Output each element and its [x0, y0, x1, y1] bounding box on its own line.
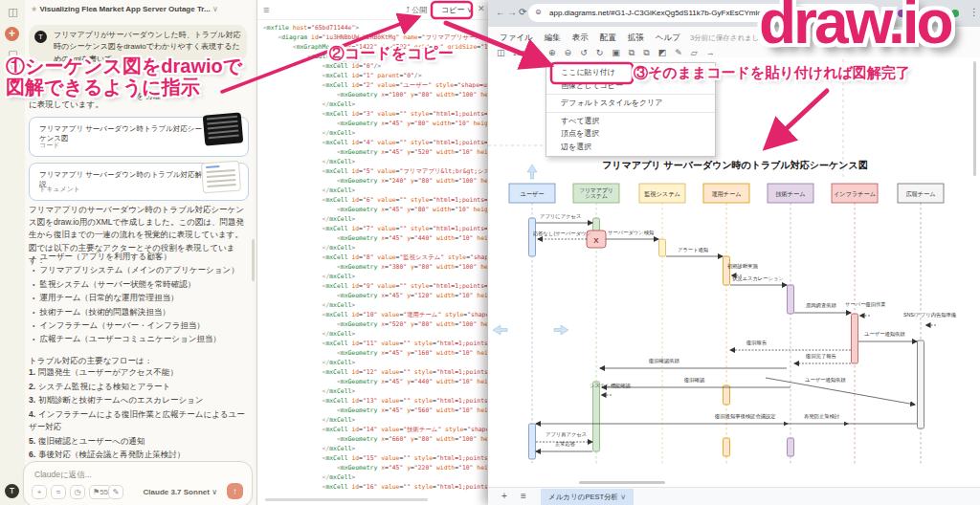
reply-composer[interactable]: Claudeに返信... +≈◷⚑55✎ Claude 3.7 Sonnet ∨…	[23, 461, 253, 505]
artifact-card-doc[interactable]: フリマアプリ サーバーダウン時のトラブル対応解説 ドキュメント	[29, 163, 249, 201]
assistant-text-line: に表現しています。	[29, 99, 103, 111]
activation-bar[interactable]	[529, 424, 536, 459]
code-line: <mxCell id="12" value="" style="html=1;p…	[263, 367, 487, 377]
message-label: サーバーダウン検知	[608, 230, 654, 236]
composer-chip-0[interactable]: +	[32, 485, 47, 499]
publish-button[interactable]: ⤴ 公開	[406, 5, 427, 15]
code-thumbnail	[203, 112, 244, 145]
activation-bar[interactable]	[724, 256, 730, 285]
profile-avatar[interactable]	[951, 10, 959, 17]
flow-step-list: 1.問題発生（ユーザーがアクセス不能）2.システム監視による検知とアラート3.初…	[29, 366, 247, 463]
doc-thumbnail	[201, 161, 241, 194]
add-page-button[interactable]: +	[501, 491, 507, 501]
forward-icon[interactable]: →	[507, 7, 517, 17]
code-line: <mxCell id="9" value="" style="html=1;po…	[263, 281, 487, 291]
flow-step-item: 5.復旧確認とユーザーへの通知	[29, 435, 247, 449]
activation-bar[interactable]	[724, 438, 730, 456]
code-line: <mxGeometry x="45" y="520" width="10" he…	[263, 147, 487, 157]
actor-bullet-item: •運用チーム（日常的な運用管理担当）	[33, 293, 249, 306]
code-line: <mxGeometry x="45" y="80" width="10" hei…	[263, 205, 487, 214]
message-label: 原因調査依頼	[806, 302, 836, 309]
code-line: </mxCell>	[263, 128, 487, 138]
failure-label: X	[593, 236, 599, 245]
xml-code-view[interactable]: <mxfile host="65bd71144e"> <diagram id="…	[263, 23, 487, 495]
code-line: <mxGeometry x="45" y="440" width="10" he…	[263, 377, 487, 386]
artifact-card-sequence[interactable]: フリマアプリ サーバーダウン時トラブル対応シーケンス図 コード	[29, 117, 249, 157]
outline-icon[interactable]: ≡	[263, 4, 269, 15]
sidebar-toggle-icon[interactable]: ◫	[7, 6, 19, 18]
canvas-pan-arrow-icon[interactable]	[493, 325, 507, 335]
flow-step-item: 1.問題発生（ユーザーがアクセス不能）	[29, 366, 247, 380]
copy-button[interactable]: コピー ∨	[437, 3, 477, 17]
activation-bar[interactable]	[593, 382, 600, 451]
composer-chip-1[interactable]: ≈	[51, 485, 66, 499]
code-line: <mxCell id="4" value="" style="html=1;po…	[263, 138, 487, 147]
composer-placeholder: Claudeに返信...	[34, 470, 92, 481]
close-icon[interactable]: ✕	[478, 4, 485, 13]
flow-step-item: 2.システム監視による検知とアラート	[29, 381, 247, 394]
code-hscrollbar[interactable]	[265, 498, 428, 501]
canvas-vscrollbar[interactable]	[973, 61, 976, 176]
chevron-down-icon: ∨	[620, 493, 626, 501]
context-menu-item[interactable]: 頂点を選択	[546, 127, 715, 141]
activation-bar[interactable]	[788, 438, 794, 456]
message-label: システム機能確認	[590, 383, 632, 389]
url-text: app.diagrams.net/#G1-J-C3GiKexQg5dS11k7b…	[549, 9, 783, 17]
code-line: <mxCell id="8" value="監視システム" style="sha…	[263, 252, 487, 262]
canvas-pan-arrow-icon[interactable]	[527, 165, 537, 179]
code-line: </mxCell>	[263, 157, 487, 166]
code-line: <mxGeometry x="520" y="80" width="100" h…	[263, 319, 487, 329]
pages-icon[interactable]: ≡	[521, 491, 526, 501]
activation-bar[interactable]	[529, 218, 536, 256]
message-label: 正常応答	[555, 441, 576, 447]
model-selector[interactable]: Claude 3.7 Sonnet ∨	[144, 488, 217, 496]
activation-bar[interactable]	[659, 239, 666, 256]
activation-bar[interactable]	[724, 385, 730, 405]
share-icon: ⤴	[406, 6, 410, 14]
activation-bar[interactable]	[918, 340, 924, 428]
annotation-step1: ①シーケンス図をdrawioで図解できるように指示	[6, 55, 242, 98]
browser-menu-icon[interactable]: ⋮	[969, 7, 979, 17]
message-label: アプリ再アクセス	[546, 431, 587, 437]
composer-chip-2[interactable]: ◷	[70, 485, 85, 499]
flow-step-item: 4.インフラチームによる復旧作業と広報チームによるユーザー対応	[29, 408, 247, 434]
page-tab[interactable]: メルカリのPEST分析 ∨	[541, 489, 634, 505]
drawio-canvas[interactable]: フリマアプリ サーバーダウン時のトラブル対応シーケンス図ユーザーフリマアプリシス…	[488, 57, 980, 487]
site-info-icon[interactable]: ⊜	[535, 8, 542, 16]
zoom-level[interactable]: 100% ∨	[513, 49, 541, 57]
activation-bar[interactable]	[852, 314, 858, 363]
code-line: <mxfile host="65bd71144e">	[263, 23, 487, 33]
screenshot-stage: ◫ + ▢ ⌕ T ★ Visualizing Flea Market App …	[0, 0, 980, 505]
assistant-paragraph: フリマアプリのサーバーダウン時のトラブル対応シーケンス図をdraw.io用のXM…	[29, 204, 249, 240]
code-line: <mxGeometry x="100" y="80" width="100" h…	[263, 90, 487, 99]
code-line: <mxCell id="5" value="フリマアプリ&lt;br&gt;シス…	[263, 166, 487, 176]
user-avatar[interactable]: T	[5, 484, 19, 498]
code-line: <mxCell id="15" value="" style="html=1;p…	[263, 453, 487, 463]
diagram-title[interactable]: フリマアプリ サーバーダウン時のトラブル対応シーケンス図	[602, 160, 867, 170]
conversation-title[interactable]: ★ Visualizing Flea Market App Server Out…	[31, 5, 251, 13]
code-line: <mxCell id="2" value="ユーザー" style="shape…	[263, 80, 487, 90]
code-line: <mxGeometry x="45" y="220" width="10" he…	[263, 463, 487, 472]
send-button[interactable]: ↑	[227, 483, 243, 499]
context-menu-item[interactable]: デフォルトスタイルをクリア	[546, 97, 715, 110]
code-line: <mxGeometry x="45" y="80" width="10" hei…	[263, 119, 487, 128]
canvas-pan-arrow-icon[interactable]	[554, 325, 568, 335]
code-line: </mxCell>	[263, 472, 487, 482]
activation-bar[interactable]	[788, 285, 794, 314]
canvas-hscrollbar[interactable]	[579, 481, 665, 484]
message-label: サーバー復旧作業	[845, 301, 886, 308]
actor-label: 監視システム	[644, 190, 680, 198]
composer-chip-4[interactable]: ✎	[108, 485, 123, 499]
context-menu-item[interactable]: 辺を選択	[546, 141, 715, 154]
message-label: 応答なし(サーバーダウン	[533, 231, 591, 236]
context-menu-item[interactable]: すべて選択	[546, 115, 715, 128]
back-icon[interactable]: ←	[496, 7, 505, 17]
code-line: <mxCell id="16" value="" style="html=1;p…	[263, 482, 487, 492]
message-arrowhead	[784, 422, 789, 426]
claude-scrollbar[interactable]	[252, 239, 255, 281]
code-line: <mxGeometry x="240" y="80" width="100" h…	[263, 176, 487, 186]
reload-icon[interactable]: ⟳	[519, 7, 526, 17]
actor-bullet-item: •ユーザー（アプリを利用する顧客）	[33, 252, 249, 265]
actor-label: ユーザー	[520, 190, 544, 197]
new-chat-button[interactable]: +	[5, 27, 19, 41]
